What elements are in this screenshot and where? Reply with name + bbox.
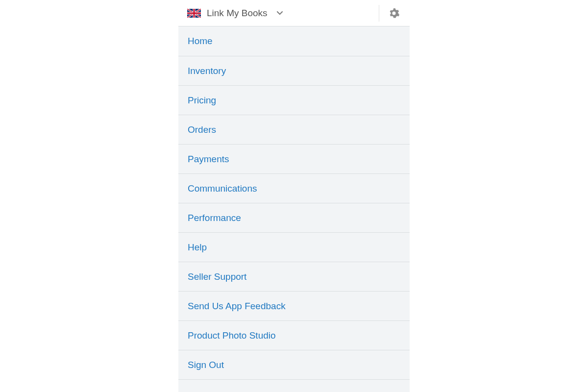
- nav-list: Home Inventory Pricing Orders Payments C…: [178, 26, 410, 392]
- gear-icon[interactable]: [388, 7, 400, 19]
- nav-item-label: Product Photo Studio: [188, 330, 276, 341]
- nav-item-label: Performance: [188, 213, 241, 223]
- nav-item-label: Home: [188, 36, 213, 47]
- nav-item-label: Inventory: [188, 66, 226, 76]
- nav-item-label: Orders: [188, 124, 216, 135]
- nav-item-sign-out[interactable]: Sign Out: [178, 350, 410, 380]
- nav-item-seller-support[interactable]: Seller Support: [178, 262, 410, 292]
- nav-item-app-feedback[interactable]: Send Us App Feedback: [178, 292, 410, 321]
- nav-item-label: Pricing: [188, 95, 216, 106]
- header-divider: [379, 5, 379, 22]
- nav-item-help[interactable]: Help: [178, 233, 410, 262]
- nav-item-label: Payments: [188, 154, 229, 165]
- nav-item-pricing[interactable]: Pricing: [178, 86, 410, 115]
- nav-item-label: Help: [188, 242, 207, 253]
- nav-item-label: Sign Out: [188, 360, 224, 370]
- chevron-down-icon[interactable]: [276, 9, 283, 18]
- drawer-header: Link My Books: [178, 0, 410, 26]
- uk-flag-icon: [187, 9, 201, 18]
- nav-item-photo-studio[interactable]: Product Photo Studio: [178, 321, 410, 350]
- nav-item-home[interactable]: Home: [178, 26, 410, 56]
- nav-item-performance[interactable]: Performance: [178, 203, 410, 233]
- navigation-drawer: Link My Books Home Inventory Pricing Ord…: [178, 0, 410, 392]
- nav-item-inventory[interactable]: Inventory: [178, 56, 410, 86]
- nav-item-label: Send Us App Feedback: [188, 301, 286, 312]
- account-selector-label[interactable]: Link My Books: [207, 8, 268, 19]
- nav-item-label: Seller Support: [188, 271, 246, 282]
- svg-rect-7: [187, 12, 201, 14]
- nav-item-label: Communications: [188, 183, 257, 194]
- nav-item-communications[interactable]: Communications: [178, 174, 410, 203]
- nav-item-orders[interactable]: Orders: [178, 115, 410, 145]
- nav-item-payments[interactable]: Payments: [178, 145, 410, 174]
